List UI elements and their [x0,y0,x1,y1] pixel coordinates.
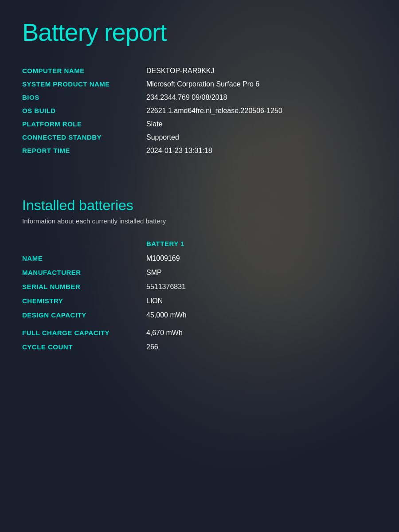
battery-info-value: 45,000 mWh [146,308,377,322]
battery-info-value: 4,670 mWh [146,322,377,340]
battery-info-key: MANUFACTURER [22,266,146,280]
battery-info-row: CYCLE COUNT266 [22,340,377,354]
system-info-key: OS BUILD [22,104,146,117]
battery-section: Installed batteries Information about ea… [22,197,377,354]
battery-info-row: SERIAL NUMBER5511376831 [22,280,377,294]
battery-info-value: LION [146,294,377,308]
system-info-value: DESKTOP-RAR9KKJ [146,64,377,78]
system-info-key: CONNECTED STANDBY [22,131,146,144]
system-info-table: COMPUTER NAMEDESKTOP-RAR9KKJSYSTEM PRODU… [22,64,377,157]
batteries-section-title: Installed batteries [22,197,377,214]
battery-header-table: BATTERY 1 [22,238,377,249]
page-container: Battery report COMPUTER NAMEDESKTOP-RAR9… [0,0,399,372]
battery-info-value: SMP [146,266,377,280]
battery-info-row: DESIGN CAPACITY45,000 mWh [22,308,377,322]
system-info-value: 234.2344.769 09/08/2018 [146,91,377,104]
battery-info-row: NAMEM1009169 [22,251,377,266]
battery-info-value: 266 [146,340,377,354]
system-info-row: OS BUILD22621.1.amd64fre.ni_release.2205… [22,104,377,117]
system-info-value: Microsoft Corporation Surface Pro 6 [146,78,377,91]
system-info-value: 2024-01-23 13:31:18 [146,144,377,157]
system-info-row: COMPUTER NAMEDESKTOP-RAR9KKJ [22,64,377,78]
battery-info-row: CHEMISTRYLION [22,294,377,308]
battery-info-row: FULL CHARGE CAPACITY4,670 mWh [22,322,377,340]
system-info-row: BIOS234.2344.769 09/08/2018 [22,91,377,104]
system-info-key: COMPUTER NAME [22,64,146,78]
system-info-key: SYSTEM PRODUCT NAME [22,78,146,91]
section-divider [22,166,377,193]
system-info-row: CONNECTED STANDBYSupported [22,131,377,144]
battery-info-value: M1009169 [146,251,377,266]
battery-header-label: BATTERY 1 [146,238,377,249]
battery-info-key: CYCLE COUNT [22,340,146,354]
battery-info-key: FULL CHARGE CAPACITY [22,322,146,340]
battery-info-row: MANUFACTURERSMP [22,266,377,280]
battery-info-table: NAMEM1009169MANUFACTURERSMPSERIAL NUMBER… [22,251,377,354]
batteries-section-subtitle: Information about each currently install… [22,217,377,225]
battery-info-key: NAME [22,251,146,266]
system-info-key: BIOS [22,91,146,104]
system-info-key: PLATFORM ROLE [22,117,146,131]
system-info-key: REPORT TIME [22,144,146,157]
battery-info-key: SERIAL NUMBER [22,280,146,294]
battery-header-spacer [22,238,146,249]
system-info-row: REPORT TIME2024-01-23 13:31:18 [22,144,377,157]
system-info-value: Supported [146,131,377,144]
system-info-value: Slate [146,117,377,131]
battery-info-value: 5511376831 [146,280,377,294]
battery-info-key: CHEMISTRY [22,294,146,308]
system-info-row: SYSTEM PRODUCT NAMEMicrosoft Corporation… [22,78,377,91]
battery-info-key: DESIGN CAPACITY [22,308,146,322]
page-title: Battery report [22,18,377,47]
system-info-row: PLATFORM ROLESlate [22,117,377,131]
system-info-value: 22621.1.amd64fre.ni_release.220506-1250 [146,104,377,117]
